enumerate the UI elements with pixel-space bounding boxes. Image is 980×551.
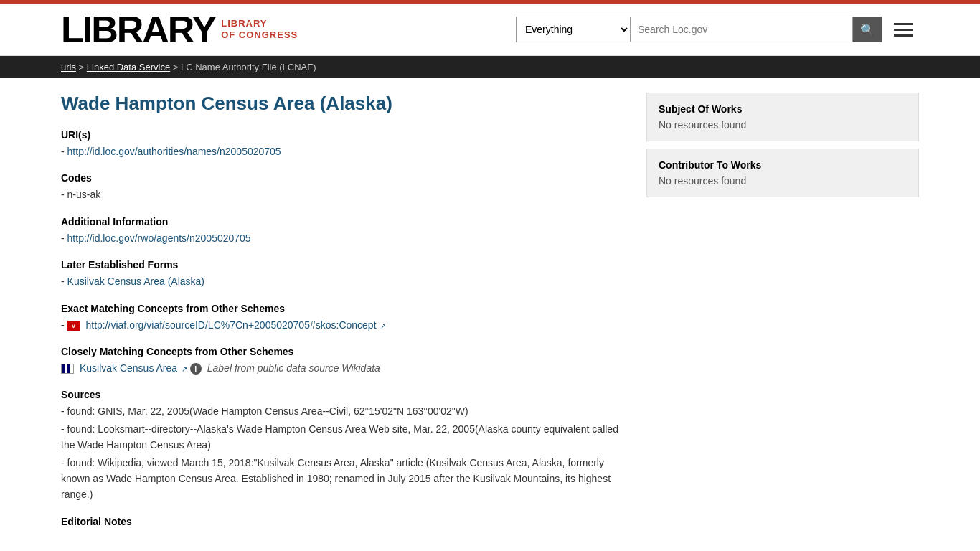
exact-matching-label: Exact Matching Concepts from Other Schem… <box>61 303 625 314</box>
section-uris: URI(s) - http://id.loc.gov/authorities/n… <box>61 129 625 159</box>
search-input[interactable] <box>631 17 853 42</box>
breadcrumb-separator-1: > <box>79 62 87 72</box>
section-closely-matching: Closely Matching Concepts from Other Sch… <box>61 346 625 376</box>
search-icon: 🔍 <box>860 23 875 37</box>
later-established-content: - Kusilvak Census Area (Alaska) <box>61 273 625 289</box>
contributor-to-works-box: Contributor To Works No resources found <box>646 149 919 197</box>
logo-subtitle-line2: OF CONGRESS <box>221 29 298 41</box>
additional-information-content: - http://id.loc.gov/rwo/agents/n20050207… <box>61 230 625 246</box>
section-exact-matching: Exact Matching Concepts from Other Schem… <box>61 303 625 333</box>
wikidata-icon <box>61 364 74 374</box>
section-codes: Codes - n-us-ak <box>61 172 625 202</box>
header: LIBRARY LIBRARY OF CONGRESS Everything B… <box>0 4 980 56</box>
search-button[interactable]: 🔍 <box>853 17 882 42</box>
codes-content: - n-us-ak <box>61 187 625 202</box>
source-line-1: - found: GNIS, Mar. 22, 2005(Wade Hampto… <box>61 403 625 419</box>
sources-label: Sources <box>61 389 625 400</box>
uri-link[interactable]: http://id.loc.gov/authorities/names/n200… <box>67 146 281 157</box>
external-link-icon-wikidata: ↗ <box>182 364 187 375</box>
subject-of-works-box: Subject Of Works No resources found <box>646 93 919 141</box>
later-established-label: Later Established Forms <box>61 259 625 270</box>
breadcrumb-link-library[interactable]: uris <box>61 62 76 72</box>
menu-bar-3 <box>894 34 913 37</box>
exact-matching-content: - V http://viaf.org/viaf/sourceID/LC%7Cn… <box>61 317 625 333</box>
subject-of-works-content: No resources found <box>659 119 907 131</box>
logo-subtitle: LIBRARY OF CONGRESS <box>221 18 298 40</box>
breadcrumb-link-linked-data[interactable]: Linked Data Service <box>87 62 170 72</box>
kusilvak-census-area-link[interactable]: Kusilvak Census Area <box>80 362 177 374</box>
breadcrumb-current: LC Name Authority File (LCNAF) <box>181 62 316 72</box>
external-link-icon-viaf: ↗ <box>380 321 386 332</box>
section-editorial-notes: Editorial Notes <box>61 516 625 527</box>
menu-button[interactable] <box>887 17 919 42</box>
closely-matching-label: Closely Matching Concepts from Other Sch… <box>61 346 625 357</box>
closely-matching-content: Kusilvak Census Area ↗ i Label from publ… <box>61 360 625 376</box>
editorial-notes-label: Editorial Notes <box>61 516 625 527</box>
contributor-to-works-title: Contributor To Works <box>659 159 907 171</box>
kusilvak-link[interactable]: Kusilvak Census Area (Alaska) <box>67 276 204 287</box>
uris-label: URI(s) <box>61 129 625 141</box>
left-panel: Wade Hampton Census Area (Alaska) URI(s)… <box>61 93 625 540</box>
page-title: Wade Hampton Census Area (Alaska) <box>61 93 625 115</box>
menu-bar-2 <box>894 29 913 31</box>
logo-subtitle-line1: LIBRARY <box>221 18 298 29</box>
uris-content: - http://id.loc.gov/authorities/names/n2… <box>61 143 625 159</box>
section-additional-information: Additional Information - http://id.loc.g… <box>61 216 625 246</box>
additional-information-label: Additional Information <box>61 216 625 227</box>
info-icon: i <box>190 363 202 375</box>
contributor-to-works-content: No resources found <box>659 175 907 187</box>
search-area: Everything Books Manuscripts Maps Music … <box>516 17 919 42</box>
source-line-2: - found: Looksmart--directory--Alaska's … <box>61 421 625 453</box>
sources-content: - found: GNIS, Mar. 22, 2005(Wade Hampto… <box>61 403 625 502</box>
right-panel: Subject Of Works No resources found Cont… <box>646 93 919 540</box>
search-select[interactable]: Everything Books Manuscripts Maps Music … <box>516 17 631 42</box>
viaf-link[interactable]: http://viaf.org/viaf/sourceID/LC%7Cn+200… <box>83 319 377 331</box>
wikidata-label: Label from public data source Wikidata <box>207 362 380 374</box>
subject-of-works-title: Subject Of Works <box>659 103 907 115</box>
main-content: Wade Hampton Census Area (Alaska) URI(s)… <box>0 78 980 551</box>
breadcrumb: uris > Linked Data Service > LC Name Aut… <box>0 56 980 78</box>
logo-area: LIBRARY LIBRARY OF CONGRESS <box>61 11 298 48</box>
section-later-established-forms: Later Established Forms - Kusilvak Censu… <box>61 259 625 289</box>
logo-text: LIBRARY <box>61 11 215 48</box>
breadcrumb-separator-2: > <box>173 62 181 72</box>
additional-info-link[interactable]: http://id.loc.gov/rwo/agents/n2005020705 <box>67 232 251 244</box>
menu-bar-1 <box>894 23 913 25</box>
codes-label: Codes <box>61 172 625 184</box>
source-line-3: - found: Wikipedia, viewed March 15, 201… <box>61 455 625 503</box>
section-sources: Sources - found: GNIS, Mar. 22, 2005(Wad… <box>61 389 625 502</box>
viaf-icon: V <box>67 321 80 331</box>
